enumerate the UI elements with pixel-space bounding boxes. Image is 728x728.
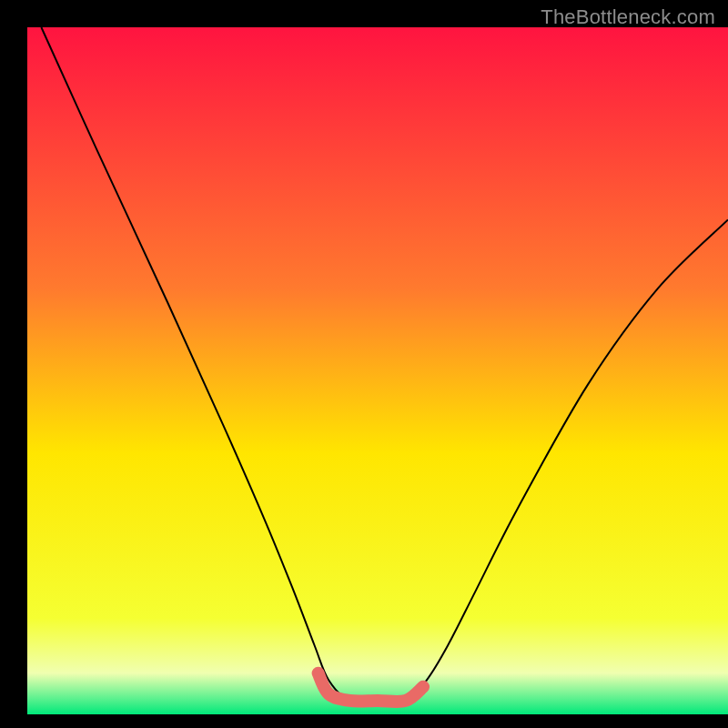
watermark-text: TheBottleneck.com bbox=[541, 5, 715, 29]
chart-frame: { "watermark": "TheBottleneck.com", "cha… bbox=[0, 0, 728, 728]
plot-background bbox=[27, 27, 728, 714]
bottleneck-chart bbox=[0, 0, 728, 728]
